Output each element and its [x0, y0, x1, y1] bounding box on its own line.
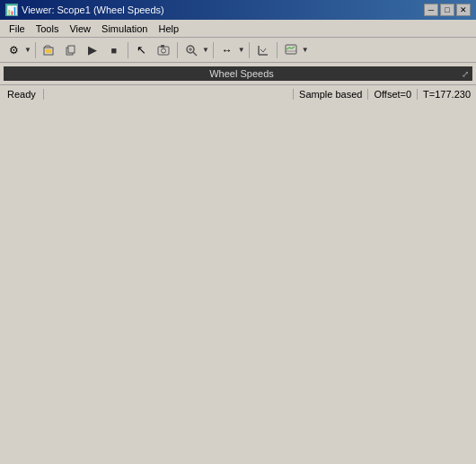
plot-settings-dropdown-arrow[interactable]: ▼ [302, 46, 309, 54]
maximize-button[interactable]: □ [440, 4, 454, 16]
title-bar-controls[interactable]: ─ □ ✕ [424, 4, 471, 16]
pan-dropdown[interactable]: ↔ ▼ [217, 40, 245, 60]
svg-rect-3 [68, 46, 75, 53]
camera-icon [157, 44, 170, 57]
camera-button[interactable] [154, 40, 173, 60]
plot-settings-button[interactable] [281, 40, 301, 60]
settings-dropdown-arrow[interactable]: ▼ [24, 46, 31, 54]
copy-icon [65, 44, 77, 57]
svg-rect-6 [161, 45, 164, 48]
close-button[interactable]: ✕ [456, 4, 471, 16]
separator-1 [35, 42, 36, 58]
menu-bar: File Tools View Simulation Help [0, 20, 476, 38]
status-time: T=177.230 [418, 89, 476, 100]
menu-help[interactable]: Help [153, 22, 184, 36]
app-icon: 📊 [5, 4, 18, 16]
menu-simulation[interactable]: Simulation [96, 22, 153, 36]
settings-dropdown[interactable]: ⚙ ▼ [4, 40, 31, 60]
separator-4 [213, 42, 214, 58]
menu-tools[interactable]: Tools [31, 22, 65, 36]
scope-expand-button[interactable]: ⤢ [462, 69, 469, 79]
axes-icon [257, 44, 269, 57]
open-button[interactable] [40, 40, 59, 60]
pan-button[interactable]: ↔ [217, 40, 237, 60]
menu-view[interactable]: View [64, 22, 96, 36]
separator-3 [177, 42, 178, 58]
pan-dropdown-arrow[interactable]: ▼ [238, 46, 245, 54]
zoom-button[interactable] [181, 40, 201, 60]
window-title: Viewer: Scope1 (Wheel Speeds) [22, 4, 164, 15]
zoom-dropdown-arrow[interactable]: ▼ [202, 46, 209, 54]
window-frame: 📊 Viewer: Scope1 (Wheel Speeds) ─ □ ✕ Fi… [0, 0, 476, 102]
toolbar: ⚙ ▼ ▶ ■ ↖ [0, 38, 476, 63]
svg-rect-1 [46, 49, 51, 53]
scope-title: Wheel Speeds [22, 68, 462, 79]
open-icon [43, 44, 56, 57]
menu-file[interactable]: File [4, 22, 31, 36]
zoom-icon [185, 44, 198, 57]
copy-button[interactable] [61, 40, 81, 60]
axes-button[interactable] [253, 40, 273, 60]
scope-header: Wheel Speeds ⤢ [4, 66, 472, 81]
plot-settings-dropdown[interactable]: ▼ [281, 40, 309, 60]
status-bar: Ready Sample based Offset=0 T=177.230 [0, 84, 476, 102]
zoom-dropdown[interactable]: ▼ [181, 40, 209, 60]
stop-button[interactable]: ■ [104, 40, 124, 60]
plot-settings-icon [285, 44, 297, 57]
separator-5 [249, 42, 250, 58]
settings-button[interactable]: ⚙ [4, 40, 23, 60]
scope-container: Wheel Speeds ⤢ 70 60 50 40 30 20 10 0 90… [0, 63, 476, 84]
cursor-button[interactable]: ↖ [132, 40, 152, 60]
separator-6 [277, 42, 278, 58]
status-offset: Offset=0 [368, 89, 418, 100]
svg-line-8 [193, 52, 197, 56]
play-button[interactable]: ▶ [83, 40, 102, 60]
minimize-button[interactable]: ─ [424, 4, 438, 16]
separator-2 [128, 42, 128, 58]
status-ready: Ready [0, 89, 44, 100]
title-bar: 📊 Viewer: Scope1 (Wheel Speeds) ─ □ ✕ [0, 0, 476, 20]
status-sample-based: Sample based [293, 89, 368, 100]
svg-rect-4 [158, 47, 169, 55]
svg-point-5 [161, 48, 165, 53]
title-bar-left: 📊 Viewer: Scope1 (Wheel Speeds) [5, 4, 164, 16]
